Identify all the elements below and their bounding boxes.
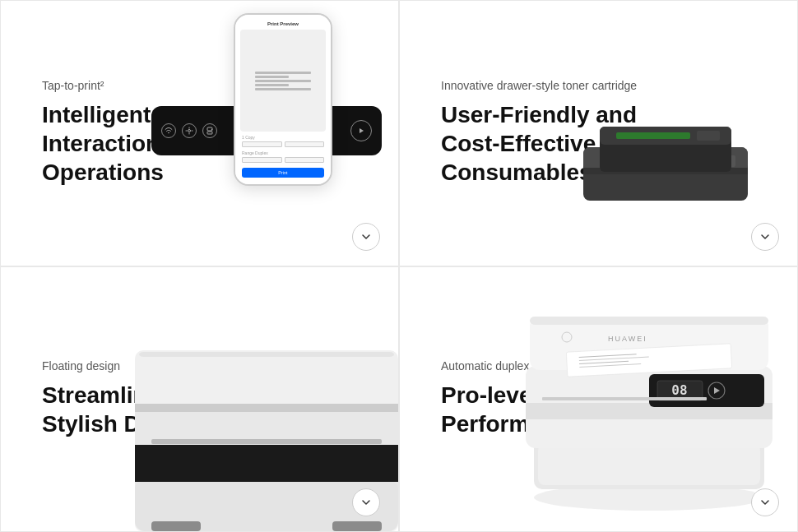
doc-line-5	[255, 88, 311, 90]
full-printer-svg: 08 HUAWEI	[485, 275, 797, 522]
svg-rect-16	[135, 350, 398, 412]
chevron-down-icon	[360, 497, 372, 508]
panel-icons-left	[161, 123, 217, 138]
toner-main-cartridge	[575, 123, 781, 224]
svg-rect-17	[135, 404, 398, 412]
chevron-down-icon	[759, 231, 771, 243]
cell-performance: Automatic duplex printing Pro-level Perf…	[399, 266, 798, 533]
svg-rect-13	[616, 132, 690, 139]
settings-icon	[182, 123, 197, 138]
svg-rect-14	[697, 131, 720, 141]
cell2-chevron-button[interactable]	[751, 223, 779, 251]
svg-rect-3	[207, 132, 212, 134]
svg-rect-42	[542, 397, 707, 400]
doc-line-2	[255, 76, 289, 78]
cell-design: Floating design Streamlined and Stylish …	[0, 266, 399, 533]
cell3-chevron-button[interactable]	[352, 488, 380, 516]
svg-rect-26	[538, 444, 760, 485]
phone-topbar-label: Print Preview	[240, 21, 326, 26]
svg-text:08: 08	[671, 382, 687, 398]
cell-intelligent-interactions: Tap-to-print² Intelligent Interactions, …	[0, 0, 399, 266]
svg-rect-22	[139, 352, 394, 357]
phone-form-area: 1 Copy Range Duplex Print	[240, 135, 326, 178]
full-printer-image: 08 HUAWEI	[476, 267, 798, 532]
phone-mini-input-4	[285, 157, 325, 163]
wifi-icon	[161, 123, 176, 138]
svg-rect-18	[135, 445, 398, 482]
panel-play-icon	[350, 120, 372, 141]
svg-point-1	[188, 129, 191, 132]
svg-text:HUAWEI: HUAWEI	[608, 335, 647, 343]
feature-grid: Tap-to-print² Intelligent Interactions, …	[0, 0, 798, 532]
phone-mini-input-1	[242, 141, 282, 147]
toner-container	[575, 123, 781, 224]
phone-mockup: Print Preview 1 Copy	[234, 13, 332, 186]
svg-point-0	[168, 132, 169, 133]
doc-line-4	[255, 84, 289, 86]
cell4-chevron-button[interactable]	[751, 488, 779, 516]
cell1-subtitle: Tap-to-print²	[42, 79, 104, 92]
phone-mini-input-3	[242, 157, 282, 163]
cell1-chevron-button[interactable]	[352, 223, 380, 251]
phone-copies-label: 1 Copy	[242, 135, 324, 140]
phone-doc-lines	[255, 72, 311, 90]
phone-preview-area	[240, 30, 326, 132]
svg-point-4	[211, 129, 212, 130]
phone-input-row2	[242, 157, 324, 163]
phone-mini-input-2	[285, 141, 325, 147]
chevron-down-icon	[759, 497, 771, 508]
phone-input-row1	[242, 141, 324, 147]
svg-marker-5	[360, 128, 364, 133]
phone-screen: Print Preview 1 Copy	[235, 15, 331, 184]
cell-consumables: Innovative drawer-style toner cartridge …	[399, 0, 798, 266]
print-icon	[202, 123, 217, 138]
doc-line-3	[255, 80, 311, 82]
doc-line-1	[255, 72, 311, 74]
toner-svg	[575, 123, 781, 221]
cell2-subtitle: Innovative drawer-style toner cartridge	[441, 79, 637, 92]
phone-print-button[interactable]: Print	[242, 168, 324, 178]
chevron-down-icon	[360, 231, 372, 243]
svg-rect-35	[530, 317, 768, 325]
svg-rect-19	[151, 439, 382, 444]
cell3-subtitle: Floating design	[42, 359, 120, 372]
phone-range-label: Range Duplex	[242, 150, 324, 155]
